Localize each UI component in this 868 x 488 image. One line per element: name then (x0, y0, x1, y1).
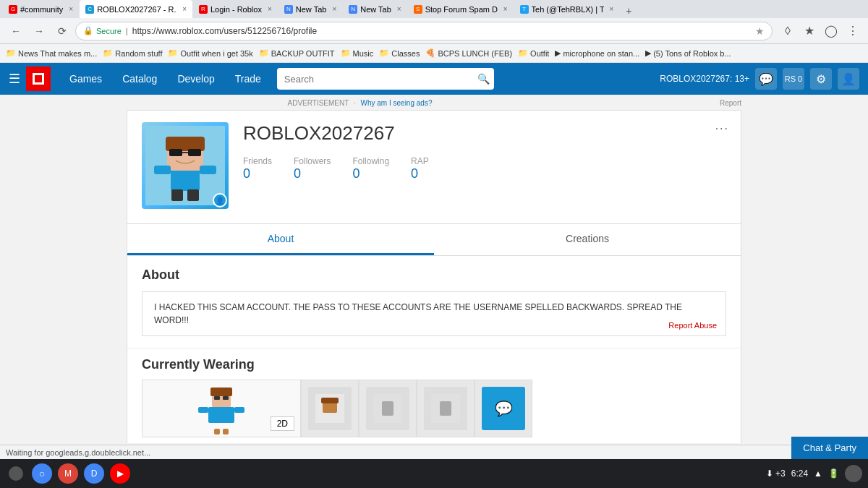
taskbar-youtube-icon[interactable]: ▶ (110, 463, 130, 484)
chat-party-button[interactable]: Chat & Party (791, 437, 868, 459)
bookmark-tons[interactable]: ▶ (5) Tons of Roblox b... (645, 48, 731, 58)
tab-close-2[interactable]: × (179, 5, 187, 13)
browser-tab-4[interactable]: N New Tab × (278, 0, 342, 18)
svg-rect-21 (214, 429, 220, 435)
advertisement-bar: ADVERTISEMENT · Why am I seeing ads? Rep… (0, 95, 868, 110)
chat-icon-button[interactable]: 💬 (755, 68, 777, 90)
bookmark-outfit[interactable]: 📁 Outfit when i get 35k (168, 48, 252, 58)
browser-tab-7[interactable]: T Teh (@TehRBLX) | T... × (514, 0, 620, 18)
nav-develop[interactable]: Develop (167, 63, 224, 95)
new-tab-button[interactable]: + (621, 4, 636, 18)
svg-rect-20 (223, 396, 229, 400)
star-icon[interactable]: ★ (755, 25, 765, 37)
svg-rect-16 (208, 407, 234, 423)
report-link[interactable]: Report (720, 99, 741, 107)
bookmark-music[interactable]: 📁 Music (341, 48, 374, 58)
ad-label: ADVERTISEMENT (288, 99, 349, 107)
taskbar-gmail-icon[interactable]: M (58, 463, 78, 484)
taskbar-chrome-icon[interactable]: ○ (32, 463, 52, 484)
why-ads-link[interactable]: Why am I seeing ads? (361, 99, 433, 107)
folder-icon-music: 📁 (341, 48, 351, 58)
roblox-navbar: ☰ Games Catalog Develop Trade 🔍 ROBLOX20… (0, 63, 868, 95)
user-greeting: ROBLOX2027267: 13+ (660, 74, 749, 84)
reload-button[interactable]: ⟳ (52, 21, 72, 41)
wearing-2d-button[interactable]: 2D (271, 416, 294, 431)
tab-close-4[interactable]: × (329, 5, 336, 13)
nav-trade[interactable]: Trade (225, 63, 271, 95)
folder-icon-outfit2: 📁 (518, 48, 528, 58)
profile-nav-button[interactable]: 👤 (838, 68, 859, 90)
more-options-button[interactable]: ... (715, 119, 729, 132)
browser-tab-2[interactable]: C ROBLOX2027267 - R... × (80, 0, 192, 18)
tab-favicon-2: C (85, 5, 94, 14)
svg-rect-15 (210, 388, 232, 396)
svg-rect-17 (198, 407, 208, 413)
browser-tab-6[interactable]: S Stop Forum Spam D... × (408, 0, 514, 18)
taskbar-docs-icon[interactable]: D (84, 463, 104, 484)
back-button[interactable]: ← (6, 21, 26, 41)
bookmark-news[interactable]: 📁 News That makes m... (6, 48, 97, 58)
wearing-item-4[interactable]: 💬 (475, 380, 532, 437)
about-title: About (142, 267, 726, 283)
profile-card: 👤 ROBLOX2027267 Friends 0 Followers 0 (127, 110, 741, 224)
tab-close-7[interactable]: × (607, 5, 614, 13)
hamburger-icon[interactable]: ☰ (9, 71, 20, 87)
bookmark-backup[interactable]: 📁 BACKUP OUTFIT (259, 48, 335, 58)
tab-label-3: Login - Roblox (210, 5, 262, 14)
nav-catalog[interactable]: Catalog (112, 63, 167, 95)
tab-close-6[interactable]: × (501, 5, 508, 13)
nav-games[interactable]: Games (59, 63, 112, 95)
taskbar-wifi-icon: ▲ (814, 468, 822, 479)
more-options-icon[interactable]: ⋮ (843, 24, 862, 38)
stat-following-label: Following (352, 156, 389, 166)
roblox-logo-svg (30, 70, 47, 87)
wearing-item-1[interactable] (301, 380, 359, 437)
search-button[interactable]: 🔍 (477, 73, 490, 85)
extensions-icon[interactable]: ◊ (778, 25, 797, 38)
svg-rect-11 (171, 189, 183, 201)
bookmark-random[interactable]: 📁 Random stuff (103, 48, 162, 58)
browser-tab-5[interactable]: N New Tab × (343, 0, 407, 18)
tab-about[interactable]: About (127, 224, 434, 255)
tab-close-1[interactable]: × (66, 5, 73, 13)
lock-icon: 🔒 (83, 26, 93, 35)
tab-close-5[interactable]: × (394, 5, 401, 13)
tab-creations[interactable]: Creations (434, 224, 741, 255)
roblox-logo[interactable] (26, 67, 51, 91)
bookmark-icon[interactable]: ★ (800, 24, 819, 38)
browser-tab-3[interactable]: R Login - Roblox × (193, 0, 278, 18)
search-input[interactable] (277, 68, 494, 90)
forward-button[interactable]: → (29, 21, 49, 41)
folder-icon-outfit: 📁 (168, 48, 178, 58)
report-abuse-link[interactable]: Report Abuse (668, 321, 717, 330)
badge-icon: 👤 (216, 197, 224, 205)
svg-rect-19 (214, 396, 220, 400)
stat-rap-label: RAP (411, 156, 429, 166)
address-bar[interactable]: 🔒 Secure | https://www.roblox.com/users/… (75, 22, 773, 40)
about-text: I HACKED THIS SCAM ACCOUNT. THE PASS TO … (154, 301, 714, 327)
taskbar-os-button[interactable] (6, 463, 26, 484)
browser-tab-1[interactable]: G #community × (3, 0, 79, 18)
bookmark-bcps[interactable]: 🍕 BCPS LUNCH (FEB) (425, 48, 512, 58)
stat-rap: RAP 0 (411, 156, 429, 181)
svg-rect-22 (223, 429, 229, 435)
profile-icon[interactable]: ◯ (822, 24, 841, 38)
svg-rect-7 (188, 149, 201, 156)
bookmark-outfit2[interactable]: 📁 Outfit (518, 48, 549, 58)
settings-button[interactable]: ⚙ (810, 68, 832, 90)
wearing-title: Currently Wearing (142, 357, 726, 372)
bookmark-classes[interactable]: 📁 Classes (379, 48, 420, 58)
taskbar-user-icon[interactable] (845, 465, 862, 482)
folder-icon-news: 📁 (6, 48, 16, 58)
stat-friends: Friends 0 (243, 156, 272, 181)
nav-right-section: ROBLOX2027267: 13+ 💬 RS 0 ⚙ 👤 (660, 68, 859, 90)
folder-icon-random: 📁 (103, 48, 113, 58)
wearing-item-thumb-4: 💬 (482, 387, 525, 430)
wearing-item-3[interactable] (417, 380, 475, 437)
taskbar-time: 6:24 (791, 468, 808, 479)
tab-close-3[interactable]: × (265, 5, 272, 13)
stat-following: Following 0 (352, 156, 389, 181)
wearing-item-2[interactable] (359, 380, 417, 437)
robux-button[interactable]: RS 0 (783, 68, 804, 90)
bookmark-mic[interactable]: ▶ microphone on stan... (555, 48, 639, 58)
